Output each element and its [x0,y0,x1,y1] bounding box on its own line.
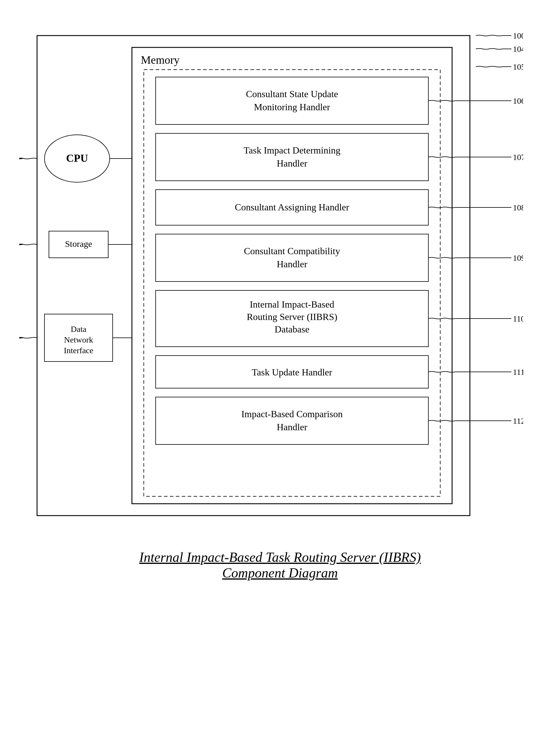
handler-text-1070-line1: Task Impact Determining [243,145,340,156]
squiggle-1090 [428,258,455,259]
storage-label: Storage [65,239,92,249]
ref-1000: 1000 [513,31,523,40]
ref-1050: 1050 [513,62,523,71]
outer-system-box [37,36,470,515]
handler-box-1070 [156,133,428,181]
ref-1080: 1080 [513,203,523,212]
ref-1090: 1090 [513,253,523,263]
handler-text-1120-line2: Handler [277,422,307,432]
ref-1040: 1040 [513,44,523,54]
handler-text-1070-line2: Handler [277,158,307,169]
handler-text-1100-line3: Database [275,324,309,335]
squiggle-1070 [428,157,455,158]
data-network-label-line1: Data [71,325,86,334]
handler-text-1110: Task Update Handler [252,367,332,377]
ref-1070: 1070 [513,153,523,162]
squiggle-1110 [428,371,455,372]
handler-text-1060-line1: Consultant State Update [246,89,338,99]
data-network-label-line3: Interface [64,346,93,355]
diagram-area: Memory Consultant State Update Monitorin… [19,18,541,581]
title-line1: Internal Impact-Based Task Routing Serve… [19,549,541,565]
handler-text-1100-line1: Internal Impact-Based [250,299,334,310]
handler-text-1090-line1: Consultant Compatibility [244,246,340,256]
squiggle-1050 [476,66,502,67]
squiggle-1060 [428,100,455,101]
ref-1100: 1100 [513,314,523,323]
squiggle-1120 [428,420,455,421]
cpu-label: CPU [66,152,88,164]
title-line2: Component Diagram [19,565,541,581]
squiggle-1040 [476,49,502,50]
title-area: Internal Impact-Based Task Routing Serve… [19,549,541,581]
handler-text-1090-line2: Handler [277,259,307,269]
handler-box-1090 [156,234,428,282]
handler-text-1100-line2: Routing Server (IIBRS) [247,312,337,322]
ref-1120: 1120 [513,416,523,425]
ref-1060: 1060 [513,96,523,106]
squiggle-1080 [428,207,455,208]
memory-box [132,47,452,504]
handler-text-1080: Consultant Assigning Handler [235,202,349,213]
main-diagram-svg: Memory Consultant State Update Monitorin… [19,18,523,536]
handler-box-1060 [156,77,428,125]
handler-text-1060-line2: Monitoring Handler [254,102,330,112]
handler-box-1120 [156,397,428,444]
squiggle-1100 [428,318,455,319]
squiggle-1000 [476,35,502,36]
memory-label: Memory [141,54,180,66]
data-network-label-line2: Network [64,335,93,344]
handler-text-1120-line1: Impact-Based Comparison [241,408,342,419]
ref-1110: 1110 [513,367,523,376]
